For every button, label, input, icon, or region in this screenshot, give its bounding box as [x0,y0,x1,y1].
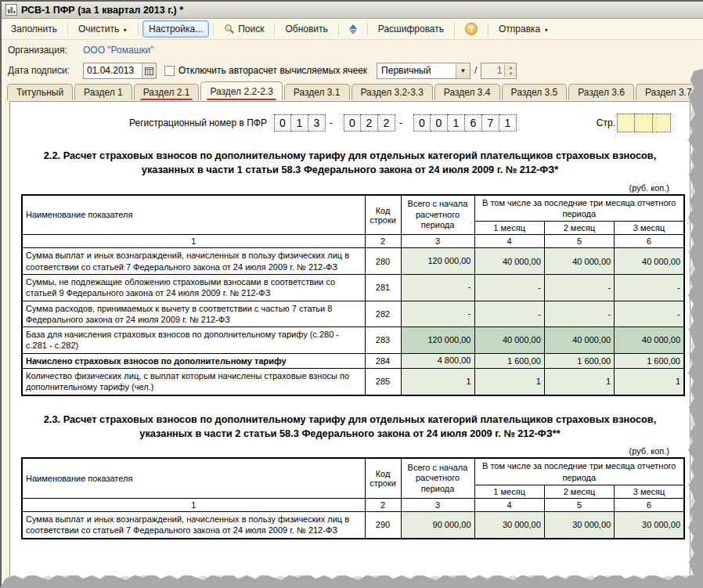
tab-razdel-1[interactable]: Раздел 1 [74,84,132,100]
signature-date-value: 01.04.2013 [84,65,142,76]
col-total-header: Всего с начала расчетного периода [401,195,474,235]
table-row: Суммы, не подлежащие обложению страховым… [22,275,684,301]
doc-type-value: Первичный [377,65,456,76]
toolbar-separator [488,23,488,36]
table-row: Начислено страховых взносов по дополните… [22,353,684,368]
page-cell[interactable] [653,114,671,132]
correction-number-value: 1 [481,65,504,76]
search-icon [224,23,235,34]
organization-value[interactable]: ООО "Ромашки" [83,45,154,56]
page-number-cells [617,114,671,132]
sort-arrows-icon [349,24,357,34]
app-window: РСВ-1 ПФР (за 1 квартал 2013 г.) * Запол… [0,0,703,588]
spin-up-icon[interactable]: ▲ [505,64,516,70]
date-label: Дата подписи: [8,65,83,76]
search-button[interactable]: Поиск [218,20,270,38]
table-row: База для начисления страховых взносов по… [22,327,684,354]
col-months-group-header: В том числе за последние три месяца отче… [474,195,684,222]
table-row: Сумма расходов, принимаемых к вычету в с… [22,301,684,327]
toolbar-separator [338,23,339,36]
tab-razdel-3-4[interactable]: Раздел 3.4 [434,84,500,100]
organization-label: Организация: [8,45,83,56]
table-row: Сумма выплат и иных вознаграждений, начи… [22,248,684,275]
calendar-icon[interactable] [142,63,156,78]
section-2-2-title: 2.2. Расчет страховых взносов по дополни… [37,149,663,177]
table-row: Количество физических лиц, с выплат кото… [22,369,684,395]
page-label: Стр. [597,117,615,128]
chevron-down-icon: ▼ [543,27,549,33]
toolbar-separator [67,23,68,36]
regnum-group-2: 0 2 2 [344,114,395,132]
toolbar-separator [454,23,455,36]
decrypt-button[interactable]: Расшифровать [372,20,450,38]
doc-type-select[interactable]: Первичный ▼ [377,63,470,79]
col-month1-header: 1 месяц [474,485,544,499]
report-icon [5,4,17,16]
spin-down-icon[interactable]: ▼ [505,70,516,77]
section-tabs: Титульный Раздел 1 Раздел 2.1 Раздел 2.2… [2,81,703,100]
refresh-button[interactable]: Обновить [279,20,333,38]
window-title: РСВ-1 ПФР (за 1 квартал 2013 г.) * [21,5,183,16]
signature-date-field[interactable]: 01.04.2013 [83,63,157,79]
clear-button[interactable]: Очистить ▼ [72,20,134,38]
col-month1-header: 1 месяц [474,222,544,235]
regnum-group-3: 0 0 1 6 7 1 [413,114,517,132]
col-months-group-header: В том числе за последние три месяца отче… [474,458,684,485]
regnum-dash: - [330,117,333,128]
col-code-header: Код строки [365,458,401,498]
signature-date-row: Дата подписи: 01.04.2013 Отключить автор… [2,60,703,81]
send-button[interactable]: Отправка ▼ [492,20,555,38]
col-total-header: Всего с начала расчетного периода [401,458,474,498]
col-month3-header: 3 месяц [615,222,684,235]
autocalc-checkbox[interactable] [164,66,175,76]
organization-row: Организация: ООО "Ромашки" [2,40,703,60]
tab-razdel-2-2-2-3[interactable]: Раздел 2.2-2.3 [200,81,282,100]
col-name-header: Наименование показателя [22,458,365,498]
regnum-dash: - [399,117,402,128]
tab-razdel-3-7[interactable]: Раздел 3.7 [636,84,701,100]
col-month2-header: 2 месяц [544,485,614,499]
registration-number-row: Регистрационный номер в ПФР 0 1 3 - 0 2 … [10,114,671,132]
tab-razdel-3-6[interactable]: Раздел 3.6 [568,84,634,100]
tab-titulnyy[interactable]: Титульный [7,84,73,100]
slash-separator: / [474,65,477,76]
section-2-2-units: (руб. коп.) [10,183,669,193]
correction-number-stepper[interactable]: 1 ▲ ▼ [481,63,517,79]
settings-button[interactable]: Настройка... [142,20,209,38]
table-2-3: Наименование показателя Код строки Всего… [21,457,685,539]
autocalc-label: Отключить авторасчет вычисляемых ячеек [178,65,367,76]
toolbar-separator [274,23,275,36]
chevron-down-icon[interactable]: ▼ [456,63,470,78]
help-button[interactable]: ? [459,20,484,38]
form-content: Регистрационный номер в ПФР 0 1 3 - 0 2 … [2,100,703,588]
toolbar-separator [367,23,368,36]
title-bar: РСВ-1 ПФР (за 1 квартал 2013 г.) * [2,2,703,19]
tab-razdel-3-1[interactable]: Раздел 3.1 [284,84,350,100]
tab-razdel-3-5[interactable]: Раздел 3.5 [502,84,568,100]
tab-razdel-3-2-3-3[interactable]: Раздел 3.2-3.3 [352,84,433,100]
section-2-3-units: (руб. коп.) [10,446,669,456]
col-month3-header: 3 месяц [615,485,684,499]
fill-button[interactable]: Заполнить [5,20,63,38]
col-name-header: Наименование показателя [22,195,365,235]
chevron-down-icon: ▼ [122,27,128,33]
section-2-3-title: 2.3. Расчет страховых взносов по дополни… [37,413,663,441]
col-code-header: Код строки [365,195,401,235]
table-2-2: Наименование показателя Код строки Всего… [21,194,685,396]
help-icon: ? [465,23,478,35]
regnum-group-1: 0 1 3 [274,114,326,132]
toolbar: Заполнить Очистить ▼ Настройка... Поиск … [2,19,703,40]
sort-button[interactable] [343,21,363,38]
col-month2-header: 2 месяц [544,222,614,235]
tab-razdel-2-1[interactable]: Раздел 2.1 [134,84,200,100]
page-cell[interactable] [635,114,653,132]
table-row: Сумма выплат и иных вознаграждений, начи… [22,512,684,539]
report-panel: Регистрационный номер в ПФР 0 1 3 - 0 2 … [9,101,690,588]
registration-number-label: Регистрационный номер в ПФР [129,117,267,128]
toolbar-separator [138,23,139,36]
toolbar-separator [213,23,214,36]
page-cell[interactable] [617,114,635,132]
